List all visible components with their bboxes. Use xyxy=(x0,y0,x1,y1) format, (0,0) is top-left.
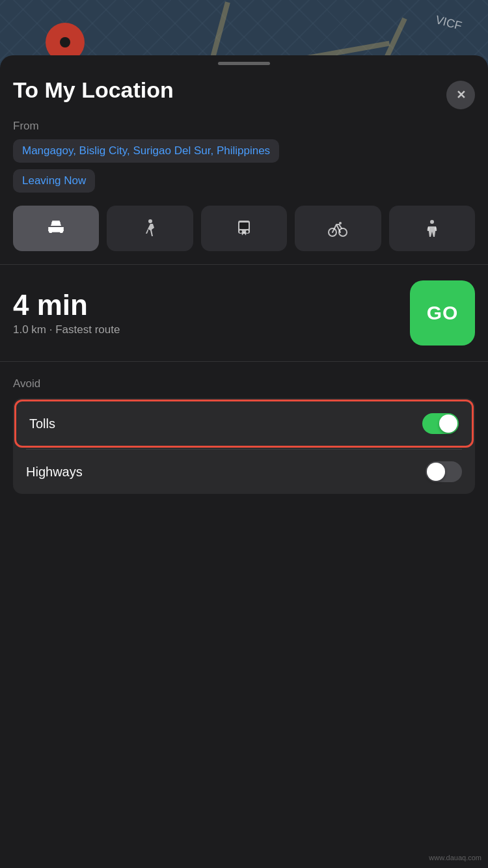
highways-option-row: Highways xyxy=(13,450,475,494)
svg-rect-4 xyxy=(239,223,249,229)
walk-icon xyxy=(140,218,161,239)
watermark: www.dauaq.com xyxy=(429,854,481,861)
divider-1 xyxy=(0,264,488,265)
go-button[interactable]: GO xyxy=(410,280,475,346)
transport-mode-selector xyxy=(13,206,475,251)
bike-icon xyxy=(327,218,348,239)
transport-car-button[interactable] xyxy=(13,206,99,251)
route-separator: · xyxy=(49,323,55,336)
go-label: GO xyxy=(427,302,459,324)
bottom-sheet: To My Location ✕ From Mangagoy, Bislig C… xyxy=(0,55,488,868)
avoid-label: Avoid xyxy=(13,377,475,390)
transit-icon xyxy=(234,218,254,239)
route-type: Fastest route xyxy=(55,323,120,336)
tolls-label: Tolls xyxy=(29,416,55,431)
map-label: VICF xyxy=(434,13,463,33)
highways-toggle[interactable] xyxy=(426,461,462,482)
transport-person-button[interactable] xyxy=(389,206,475,251)
transport-bike-button[interactable] xyxy=(295,206,381,251)
from-label: From xyxy=(13,120,475,133)
transport-transit-button[interactable] xyxy=(201,206,287,251)
svg-point-2 xyxy=(148,219,152,223)
distance: 1.0 km xyxy=(13,323,46,336)
route-info: 4 min 1.0 km · Fastest route GO xyxy=(13,280,475,346)
tolls-toggle[interactable] xyxy=(422,413,459,434)
location-chip[interactable]: Mangagoy, Bislig City, Surigao Del Sur, … xyxy=(13,139,279,163)
car-icon xyxy=(46,218,66,239)
svg-point-5 xyxy=(239,230,242,233)
transport-walk-button[interactable] xyxy=(107,206,193,251)
page-title: To My Location xyxy=(13,78,174,102)
avoid-options-card: Tolls Highways xyxy=(13,398,475,494)
route-details: 4 min 1.0 km · Fastest route xyxy=(13,290,410,336)
time-chip[interactable]: Leaving Now xyxy=(13,169,95,193)
toggle-thumb xyxy=(427,463,445,481)
svg-point-10 xyxy=(430,220,434,224)
travel-time: 4 min xyxy=(13,290,410,321)
route-meta: 1.0 km · Fastest route xyxy=(13,323,410,336)
highways-label: Highways xyxy=(26,465,83,480)
toggle-thumb xyxy=(439,414,457,433)
tolls-option-row: Tolls xyxy=(14,400,474,448)
svg-point-9 xyxy=(339,222,342,224)
person-icon xyxy=(422,218,442,239)
close-icon: ✕ xyxy=(456,89,466,101)
divider-2 xyxy=(0,361,488,362)
header: To My Location ✕ xyxy=(13,78,475,109)
svg-point-6 xyxy=(246,230,249,233)
drag-handle[interactable] xyxy=(218,62,270,65)
close-button[interactable]: ✕ xyxy=(446,81,475,109)
